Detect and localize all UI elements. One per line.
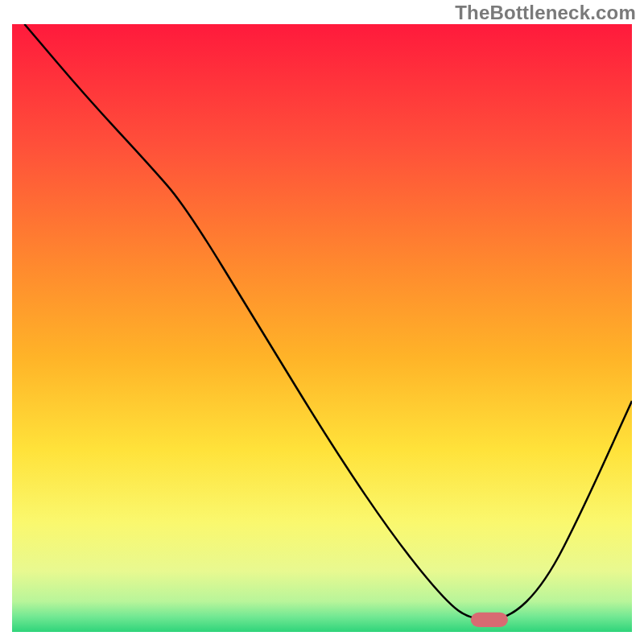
watermark-text: TheBottleneck.com xyxy=(455,2,636,24)
bottleneck-curve xyxy=(24,24,632,620)
plot-area xyxy=(12,24,632,632)
chart-overlay xyxy=(12,24,632,632)
chart-frame: TheBottleneck.com xyxy=(0,0,644,644)
best-fit-marker xyxy=(471,613,508,627)
